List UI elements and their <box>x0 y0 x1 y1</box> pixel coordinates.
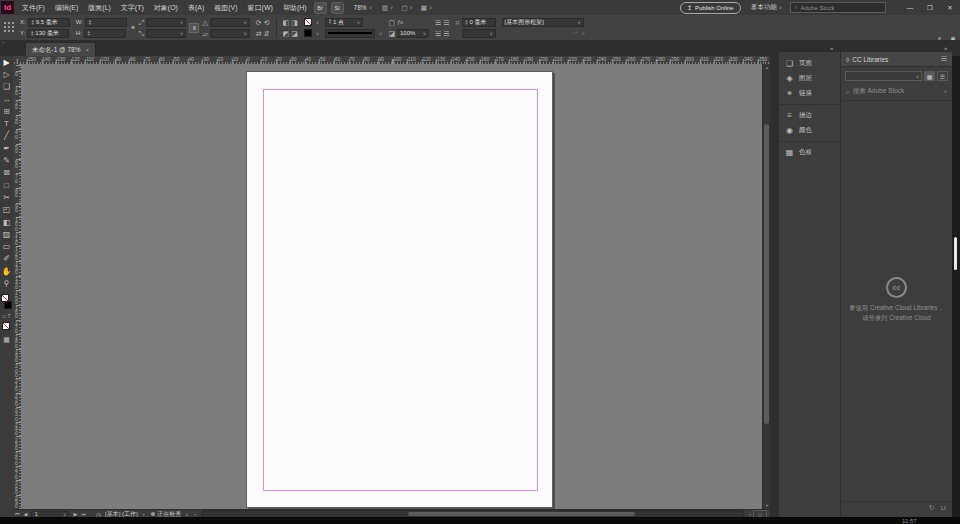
screen-mode-dropdown[interactable]: ▢ ∨ <box>401 4 412 12</box>
rotation-angle-input[interactable]: ∨ <box>210 18 250 27</box>
dock-item-stroke[interactable]: ≡描边 <box>779 108 840 123</box>
pasteboard[interactable] <box>21 64 762 509</box>
constrain-proportions-icon[interactable]: ⚭ <box>130 23 136 32</box>
fx-button[interactable]: ƒx. <box>397 18 404 27</box>
pencil-tool[interactable]: ✎ <box>0 154 13 166</box>
menu-item-8[interactable]: 帮助(H) <box>278 0 312 15</box>
dock-collapse-icon[interactable]: » <box>830 45 833 51</box>
stroke-color-swatch[interactable] <box>304 29 312 37</box>
dock-item-pages[interactable]: ❏页面 <box>779 56 840 71</box>
wrap-jump-button[interactable]: ☴ <box>443 29 449 38</box>
apply-none-button[interactable] <box>0 320 13 333</box>
stock-icon[interactable]: St <box>331 2 344 14</box>
minimize-button[interactable]: — <box>900 0 920 15</box>
collapsed-panel-handle[interactable] <box>954 237 957 270</box>
panel-collapse-icon[interactable]: » <box>944 45 947 51</box>
horizontal-ruler[interactable]: 1501401301201101009080706050403020100102… <box>14 56 770 64</box>
color-theme-tool[interactable]: ✐ <box>0 253 13 265</box>
formatting-text-button[interactable]: T <box>7 313 10 319</box>
content-collector-tool[interactable]: ⊞ <box>0 105 13 117</box>
type-tool[interactable]: T <box>0 117 13 129</box>
publish-online-button[interactable]: ↥ Publish Online <box>680 2 741 14</box>
hand-tool[interactable]: ✋ <box>0 265 13 277</box>
zoom-tool[interactable]: ⚲ <box>0 277 13 289</box>
stroke-weight-input[interactable]: ▲▼1 点 ∨ <box>325 18 363 27</box>
workspace-switcher[interactable]: 基本功能 ∨ <box>751 3 782 12</box>
menu-item-1[interactable]: 编辑(E) <box>50 0 83 15</box>
menu-item-3[interactable]: 文字(T) <box>116 0 149 15</box>
corner-radius-input[interactable]: ▲▼ 0 毫米 <box>462 18 496 27</box>
view-options-dropdown[interactable]: ▥ ∨ <box>382 4 393 12</box>
direct-selection-tool[interactable]: ▷ <box>0 68 13 80</box>
effects-icon[interactable]: ▢ <box>388 18 395 27</box>
panel-menu-icon[interactable]: ☰ <box>941 55 952 63</box>
document-tab[interactable]: 未命名-1 @ 78% × <box>25 42 96 57</box>
dock-item-links[interactable]: ⚭链接 <box>779 86 840 101</box>
height-input[interactable]: ▲▼ <box>84 29 126 38</box>
close-icon[interactable]: × <box>86 47 90 53</box>
corner-shape-select[interactable]: ∨ <box>462 29 496 38</box>
fit-frame-button[interactable]: ◪ <box>291 29 298 38</box>
rotate-ccw-button[interactable]: ⟲ <box>264 18 270 27</box>
gradient-swatch-tool[interactable]: ◧ <box>0 216 13 228</box>
horizontal-scrollbar-thumb[interactable] <box>408 512 635 516</box>
free-transform-tool[interactable]: ◰ <box>0 204 13 216</box>
menu-item-6[interactable]: 视图(V) <box>209 0 242 15</box>
rectangle-tool[interactable]: □ <box>0 179 13 191</box>
gap-tool[interactable]: ↔ <box>0 93 13 105</box>
menu-item-7[interactable]: 窗口(W) <box>243 0 278 15</box>
trash-icon[interactable]: ⊔ <box>941 504 946 512</box>
stroke-swatch[interactable] <box>4 301 12 309</box>
restore-button[interactable]: ❐ <box>920 0 940 15</box>
fill-frame-button[interactable]: ◨ <box>291 18 298 27</box>
document-page[interactable] <box>246 71 553 508</box>
rectangle-frame-tool[interactable]: ⊠ <box>0 167 13 179</box>
clear-overrides-icon[interactable]: ▫̷ <box>582 30 584 36</box>
flip-horizontal-button[interactable]: ⇄ <box>256 29 262 38</box>
reference-point-proxy[interactable] <box>4 22 15 33</box>
line-tool[interactable]: ╱ <box>0 130 13 142</box>
shear-angle-input[interactable]: ∨ <box>210 29 250 38</box>
vertical-scrollbar-thumb[interactable] <box>764 124 769 424</box>
gradient-feather-tool[interactable]: ▨ <box>0 228 13 240</box>
scale-x-input[interactable]: ∨ <box>146 18 186 27</box>
close-button[interactable]: ✕ <box>940 0 960 15</box>
arrange-documents-dropdown[interactable]: ▦ ∨ <box>421 4 432 12</box>
rotate-cw-button[interactable]: ⟳ <box>256 18 262 27</box>
fill-color-swatch[interactable] <box>304 18 312 26</box>
stroke-style-select[interactable] <box>325 29 375 38</box>
vertical-ruler[interactable]: 01 02 03 04 05 06 07 08 09 01 0 01 1 01 … <box>13 64 21 509</box>
scale-y-input[interactable]: ∨ <box>146 29 186 38</box>
wrap-none-button[interactable]: ☰ <box>435 18 441 27</box>
wrap-bounding-button[interactable]: ☲ <box>443 18 449 27</box>
pen-tool[interactable]: ✒ <box>0 142 13 154</box>
object-style-select[interactable]: [基本图形框架] ∨ <box>502 18 584 27</box>
fit-content-button[interactable]: ◧ <box>283 18 290 27</box>
library-search-input[interactable]: ⌕ 搜索 Adobe Stock ∨ <box>841 83 952 101</box>
menu-item-4[interactable]: 对象(O) <box>149 0 183 15</box>
scale-link-badge[interactable]: 8 <box>189 23 199 33</box>
menu-item-0[interactable]: 文件(F) <box>17 0 50 15</box>
fill-swatch[interactable] <box>1 294 9 302</box>
x-position-input[interactable]: ▲▼ 9.5 毫米 <box>28 18 70 27</box>
y-position-input[interactable]: ▲▼ 130 毫米 <box>27 29 69 38</box>
opacity-input[interactable]: 100% ∨ <box>397 29 429 38</box>
sync-icon[interactable]: ↻ <box>929 504 935 512</box>
cc-libraries-tab[interactable]: ◊ CC Libraries <box>841 56 941 63</box>
wrap-object-button[interactable]: ☱ <box>435 29 441 38</box>
width-input[interactable]: ▲▼ <box>85 18 127 27</box>
scissors-tool[interactable]: ✂ <box>0 191 13 203</box>
toolbar-collapse-handle[interactable]: '' <box>2 41 4 47</box>
center-content-button[interactable]: ◩ <box>283 29 290 38</box>
dock-item-layers[interactable]: ◈图层 <box>779 71 840 86</box>
dock-item-color[interactable]: ◉颜色 <box>779 123 840 138</box>
zoom-level-select[interactable]: 78% ∨ <box>354 4 372 11</box>
grid-view-button[interactable]: ▦ <box>924 71 935 81</box>
toolbar-fill-stroke[interactable] <box>0 293 13 312</box>
flip-vertical-button[interactable]: ⇵ <box>264 29 270 38</box>
bridge-icon[interactable]: Br <box>314 2 327 14</box>
quick-apply-icon[interactable]: ▫⁺ <box>573 30 577 36</box>
page-tool[interactable]: ❏ <box>0 81 13 93</box>
vertical-scrollbar[interactable]: ▲ ▼ <box>762 64 770 509</box>
library-select[interactable]: ∨ <box>845 71 922 81</box>
